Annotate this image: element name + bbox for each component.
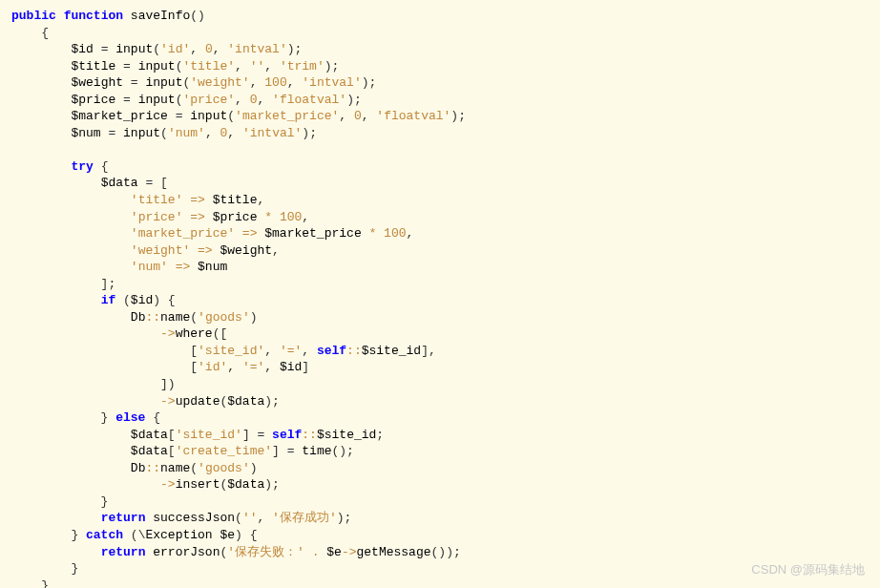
line-3: $id = input('id', 0, 'intval');	[11, 42, 302, 56]
keyword-function: function	[64, 9, 123, 23]
line-30: return successJson('', '保存成功');	[11, 511, 351, 525]
line-31: } catch (\Exception $e) {	[11, 528, 257, 542]
line-16: ];	[11, 277, 115, 291]
line-14: 'weight' => $weight,	[11, 243, 280, 258]
line-24: } else {	[11, 410, 160, 425]
line-17: if ($id) {	[11, 293, 176, 307]
line-2: {	[11, 26, 49, 40]
line-29: }	[11, 494, 108, 509]
line-9: try {	[11, 159, 108, 174]
line-27: Db::name('goods')	[11, 461, 258, 475]
line-4: $title = input('title', '', 'trim');	[11, 59, 339, 74]
line-23: ->update($data);	[11, 394, 280, 409]
line-33: }	[11, 561, 78, 576]
line-32: return errorJson('保存失败：' . $e->getMessag…	[11, 545, 461, 559]
line-10: $data = [	[11, 176, 168, 190]
line-34: }	[11, 578, 49, 588]
line-18: Db::name('goods')	[11, 310, 258, 325]
line-6: $price = input('price', 0, 'floatval');	[11, 93, 362, 107]
line-22: ])	[11, 377, 176, 391]
code-block: public function saveInfo() { $id = input…	[11, 8, 869, 588]
line-25: $data['site_id'] = self::$site_id;	[11, 428, 384, 442]
line-15: 'num' => $num	[11, 260, 227, 274]
line-26: $data['create_time'] = time();	[11, 444, 354, 458]
line-1: public function saveInfo()	[11, 9, 205, 23]
line-11: 'title' => $title,	[11, 193, 264, 207]
line-20: ['site_id', '=', self::$site_id],	[11, 344, 436, 358]
line-8: $num = input('num', 0, 'intval');	[11, 126, 317, 140]
line-7: $market_price = input('market_price', 0,…	[11, 109, 466, 123]
line-12: 'price' => $price * 100,	[11, 210, 309, 224]
function-name: saveInfo	[131, 9, 190, 23]
keyword-public: public	[11, 9, 56, 23]
line-13: 'market_price' => $market_price * 100,	[11, 226, 413, 241]
line-19: ->where([	[11, 326, 227, 341]
line-21: ['id', '=', $id]	[11, 360, 309, 374]
line-5: $weight = input('weight', 100, 'intval')…	[11, 75, 376, 90]
line-28: ->insert($data);	[11, 477, 280, 492]
parens: ()	[190, 9, 205, 23]
